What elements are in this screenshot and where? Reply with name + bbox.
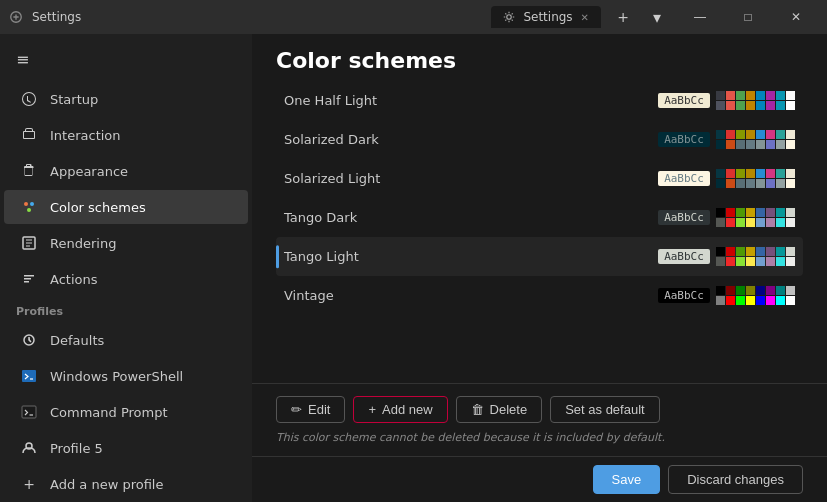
delete-button[interactable]: 🗑 Delete — [456, 396, 543, 423]
sidebar-item-interaction[interactable]: Interaction — [4, 118, 248, 152]
color-swatch — [726, 179, 735, 188]
sidebar-item-profile5[interactable]: Profile 5 — [4, 431, 248, 465]
delete-label: Delete — [490, 402, 528, 417]
color-swatches — [716, 208, 795, 227]
svg-point-4 — [27, 208, 31, 212]
color-swatches — [716, 130, 795, 149]
window-controls: — □ ✕ — [677, 0, 819, 34]
save-button[interactable]: Save — [593, 465, 661, 494]
svg-point-3 — [30, 202, 34, 206]
settings-tab-label: Settings — [523, 10, 572, 24]
sidebar-item-add-profile[interactable]: + Add a new profile — [4, 467, 248, 501]
svg-point-1 — [507, 15, 512, 20]
color-swatch — [786, 169, 795, 178]
color-swatch — [736, 130, 745, 139]
color-swatch — [716, 169, 725, 178]
color-swatch — [786, 296, 795, 305]
scheme-item[interactable]: Tango DarkAaBbCc — [276, 198, 803, 237]
sidebar-item-startup-label: Startup — [50, 92, 98, 107]
color-swatch — [766, 286, 775, 295]
edit-label: Edit — [308, 402, 330, 417]
tab-chevron-button[interactable]: ▾ — [645, 5, 669, 29]
svg-rect-7 — [22, 370, 36, 382]
color-swatch — [736, 91, 745, 100]
color-swatch — [726, 101, 735, 110]
color-swatch — [776, 130, 785, 139]
sidebar-item-interaction-label: Interaction — [50, 128, 121, 143]
sidebar-item-rendering[interactable]: Rendering — [4, 226, 248, 260]
color-swatch — [726, 247, 735, 256]
sidebar: ≡ Startup Interaction Appearance Color s — [0, 34, 252, 502]
color-swatches — [716, 286, 795, 305]
color-swatch — [716, 296, 725, 305]
color-swatch — [766, 218, 775, 227]
discard-button[interactable]: Discard changes — [668, 465, 803, 494]
settings-tab[interactable]: Settings ✕ — [491, 6, 601, 28]
sidebar-item-cmd[interactable]: Command Prompt — [4, 395, 248, 429]
color-swatch — [746, 130, 755, 139]
appearance-icon — [20, 162, 38, 180]
scheme-item[interactable]: Tango LightAaBbCc — [276, 237, 803, 276]
color-swatch — [766, 169, 775, 178]
color-swatch — [776, 140, 785, 149]
edit-icon: ✏ — [291, 402, 302, 417]
color-swatch — [746, 208, 755, 217]
preview-text: AaBbCc — [658, 93, 710, 108]
sidebar-item-cmd-label: Command Prompt — [50, 405, 168, 420]
color-swatch — [726, 296, 735, 305]
titlebar: Settings Settings ✕ + ▾ — □ ✕ — [0, 0, 827, 34]
sidebar-item-appearance[interactable]: Appearance — [4, 154, 248, 188]
edit-button[interactable]: ✏ Edit — [276, 396, 345, 423]
color-swatch — [756, 247, 765, 256]
scheme-item[interactable]: Solarized DarkAaBbCc — [276, 120, 803, 159]
color-swatch — [766, 91, 775, 100]
color-swatch — [756, 296, 765, 305]
sidebar-item-appearance-label: Appearance — [50, 164, 128, 179]
color-swatch — [736, 257, 745, 266]
preview-text: AaBbCc — [658, 249, 710, 264]
set-default-button[interactable]: Set as default — [550, 396, 660, 423]
maximize-button[interactable]: □ — [725, 0, 771, 34]
scheme-item[interactable]: One Half LightAaBbCc — [276, 81, 803, 120]
sidebar-item-startup[interactable]: Startup — [4, 82, 248, 116]
scheme-item[interactable]: VintageAaBbCc — [276, 276, 803, 315]
scheme-preview: AaBbCc — [658, 208, 795, 227]
sidebar-item-profile5-label: Profile 5 — [50, 441, 103, 456]
hamburger-icon: ≡ — [16, 50, 29, 69]
scheme-preview: AaBbCc — [658, 247, 795, 266]
color-swatch — [776, 247, 785, 256]
color-swatch — [716, 130, 725, 139]
add-new-icon: + — [368, 402, 376, 417]
close-button[interactable]: ✕ — [773, 0, 819, 34]
sidebar-item-defaults[interactable]: Defaults — [4, 323, 248, 357]
content-footer: ✏ Edit + Add new 🗑 Delete Set as default… — [252, 383, 827, 456]
scheme-name: One Half Light — [284, 93, 646, 108]
minimize-button[interactable]: — — [677, 0, 723, 34]
color-swatch — [766, 296, 775, 305]
color-swatch — [766, 208, 775, 217]
color-swatch — [786, 208, 795, 217]
sidebar-item-color-schemes[interactable]: Color schemes — [4, 190, 248, 224]
color-swatch — [726, 218, 735, 227]
color-swatch — [736, 286, 745, 295]
color-swatch — [786, 130, 795, 139]
sidebar-item-powershell[interactable]: Windows PowerShell — [4, 359, 248, 393]
footer-note: This color scheme cannot be deleted beca… — [276, 431, 803, 444]
delete-icon: 🗑 — [471, 402, 484, 417]
color-swatch — [776, 208, 785, 217]
color-swatch — [736, 218, 745, 227]
sidebar-item-actions[interactable]: Actions — [4, 262, 248, 296]
sidebar-item-color-schemes-label: Color schemes — [50, 200, 146, 215]
color-swatch — [716, 257, 725, 266]
close-tab-button[interactable]: ✕ — [581, 12, 589, 23]
color-swatch — [766, 247, 775, 256]
svg-point-2 — [24, 202, 28, 206]
new-tab-button[interactable]: + — [609, 3, 637, 31]
add-new-button[interactable]: + Add new — [353, 396, 447, 423]
color-swatch — [776, 286, 785, 295]
scheme-name: Vintage — [284, 288, 646, 303]
color-swatch — [746, 91, 755, 100]
cmd-icon — [20, 403, 38, 421]
scheme-item[interactable]: Solarized LightAaBbCc — [276, 159, 803, 198]
hamburger-button[interactable]: ≡ — [0, 42, 252, 77]
